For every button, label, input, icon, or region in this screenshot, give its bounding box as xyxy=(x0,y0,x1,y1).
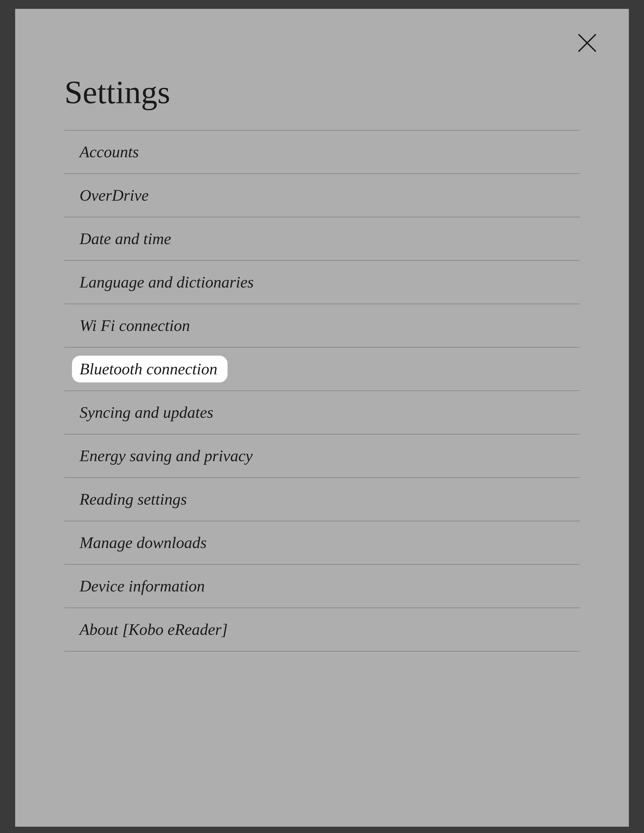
settings-panel: Settings Accounts OverDrive Date and tim… xyxy=(15,9,629,827)
settings-item-device-info[interactable]: Device information xyxy=(64,564,580,608)
settings-item-label: Wi Fi connection xyxy=(80,317,190,334)
settings-item-about[interactable]: About [Kobo eReader] xyxy=(64,608,580,651)
settings-item-label: OverDrive xyxy=(80,186,149,204)
settings-item-label: Syncing and updates xyxy=(80,404,213,421)
settings-item-label: Language and dictionaries xyxy=(80,273,254,291)
settings-item-label: Reading settings xyxy=(80,490,187,508)
settings-item-bluetooth[interactable]: Bluetooth connection xyxy=(64,347,580,391)
settings-item-label: Manage downloads xyxy=(80,534,206,552)
settings-item-reading[interactable]: Reading settings xyxy=(64,477,580,521)
settings-item-energy-privacy[interactable]: Energy saving and privacy xyxy=(64,434,580,477)
settings-item-syncing[interactable]: Syncing and updates xyxy=(64,391,580,434)
settings-item-wifi[interactable]: Wi Fi connection xyxy=(64,304,580,347)
settings-item-label: Energy saving and privacy xyxy=(80,447,253,465)
close-icon xyxy=(576,32,599,54)
settings-item-date-time[interactable]: Date and time xyxy=(64,217,580,260)
settings-item-label: Device information xyxy=(80,577,205,595)
settings-item-downloads[interactable]: Manage downloads xyxy=(64,521,580,564)
settings-item-label: Accounts xyxy=(80,143,139,161)
page-title: Settings xyxy=(64,9,580,130)
settings-item-accounts[interactable]: Accounts xyxy=(64,130,580,174)
settings-item-language[interactable]: Language and dictionaries xyxy=(64,260,580,304)
highlight-badge: Bluetooth connection xyxy=(72,356,227,383)
settings-item-label: About [Kobo eReader] xyxy=(80,621,228,638)
settings-item-overdrive[interactable]: OverDrive xyxy=(64,174,580,217)
settings-item-label: Bluetooth connection xyxy=(80,360,217,378)
settings-item-label: Date and time xyxy=(80,230,171,248)
settings-list: Accounts OverDrive Date and time Languag… xyxy=(64,130,580,651)
close-button[interactable] xyxy=(575,30,600,56)
